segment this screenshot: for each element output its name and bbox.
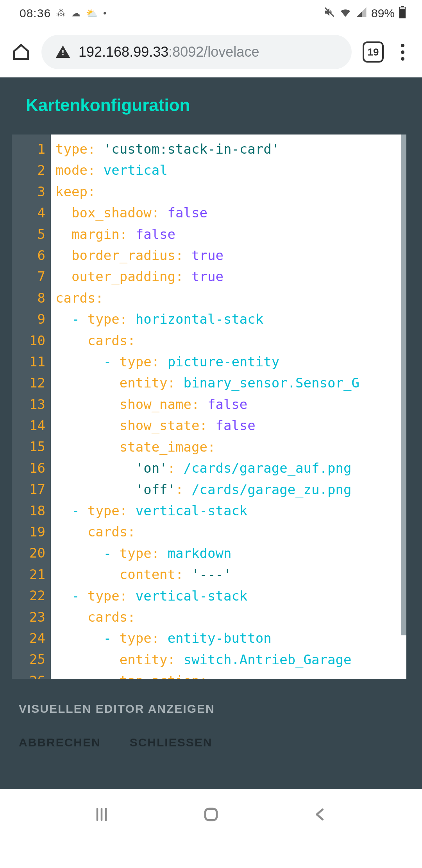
code-line[interactable]: - type: entity-button — [55, 628, 406, 649]
browser-toolbar: 192.168.99.33:8092/lovelace 19 — [0, 27, 422, 77]
code-line[interactable]: - type: markdown — [55, 543, 406, 564]
code-line[interactable]: content: '---' — [55, 564, 406, 585]
code-line[interactable]: cards: — [55, 521, 406, 542]
line-number: 11 — [12, 351, 51, 372]
code-line[interactable]: entity: switch.Antrieb_Garage — [55, 649, 406, 670]
code-line[interactable]: type: 'custom:stack-in-card' — [55, 138, 406, 160]
code-line[interactable]: 'on': /cards/garage_auf.png — [55, 457, 406, 479]
line-number-gutter: 1234567891011121314151617181920212223242… — [12, 135, 51, 679]
code-line[interactable]: entity: binary_sensor.Sensor_G — [55, 372, 406, 393]
svg-rect-7 — [205, 809, 216, 820]
line-number: 3 — [12, 181, 51, 202]
close-button[interactable]: SCHLIESSEN — [130, 736, 213, 749]
line-number: 8 — [12, 287, 51, 308]
tabs-button[interactable]: 19 — [363, 41, 384, 63]
line-number: 4 — [12, 202, 51, 223]
home-button[interactable] — [202, 806, 220, 825]
mute-icon — [324, 6, 335, 20]
code-line[interactable]: keep: — [55, 181, 406, 202]
line-number: 23 — [12, 606, 51, 628]
svg-rect-2 — [401, 6, 404, 7]
line-number: 12 — [12, 372, 51, 393]
line-number: 6 — [12, 245, 51, 266]
code-line[interactable]: cards: — [55, 606, 406, 628]
svg-rect-3 — [400, 7, 405, 9]
address-bar[interactable]: 192.168.99.33:8092/lovelace — [41, 35, 352, 69]
recents-button[interactable] — [93, 806, 110, 825]
show-visual-editor-button[interactable]: VISUELLEN EDITOR ANZEIGEN — [19, 702, 215, 716]
card-config-dialog: Kartenkonfiguration 12345678910111213141… — [0, 77, 422, 789]
line-number: 10 — [12, 330, 51, 351]
clock: 08:36 — [20, 7, 51, 20]
line-number: 19 — [12, 521, 51, 542]
code-line[interactable]: 'off': /cards/garage_zu.png — [55, 479, 406, 500]
line-number: 5 — [12, 224, 51, 245]
code-line[interactable]: - type: vertical-stack — [55, 500, 406, 521]
wifi-icon — [339, 6, 352, 21]
line-number: 7 — [12, 266, 51, 287]
amazon-icon: ⁂ — [56, 8, 66, 19]
code-line[interactable]: outer_padding: true — [55, 266, 406, 287]
code-line[interactable]: state_image: — [55, 436, 406, 457]
code-line[interactable]: cards: — [55, 330, 406, 351]
cloud-icon: ☁ — [71, 8, 80, 19]
code-line[interactable]: box_shadow: false — [55, 202, 406, 223]
line-number: 20 — [12, 542, 51, 563]
line-number: 13 — [12, 394, 51, 415]
code-line[interactable]: border_radius: true — [55, 245, 406, 266]
overflow-menu-icon[interactable] — [395, 44, 410, 61]
battery-percent: 89% — [371, 7, 395, 20]
line-number: 16 — [12, 457, 51, 479]
dot-icon: • — [103, 8, 106, 19]
code-line[interactable]: show_name: false — [55, 394, 406, 415]
code-line[interactable]: - type: horizontal-stack — [55, 308, 406, 330]
code-line[interactable]: margin: false — [55, 224, 406, 245]
code-content[interactable]: type: 'custom:stack-in-card'mode: vertic… — [51, 135, 406, 679]
code-line[interactable]: show_state: false — [55, 415, 406, 436]
code-line[interactable]: mode: vertical — [55, 160, 406, 181]
editor-scrollbar[interactable] — [401, 135, 406, 679]
line-number: 15 — [12, 436, 51, 457]
line-number: 24 — [12, 628, 51, 649]
line-number: 26 — [12, 670, 51, 679]
line-number: 9 — [12, 308, 51, 330]
signal-icon — [356, 6, 367, 20]
code-line[interactable]: - type: picture-entity — [55, 351, 406, 372]
back-button[interactable] — [312, 806, 329, 825]
home-icon[interactable] — [12, 43, 30, 61]
line-number: 1 — [12, 138, 51, 160]
line-number: 18 — [12, 500, 51, 521]
android-nav-bar — [0, 789, 422, 841]
yaml-editor[interactable]: 1234567891011121314151617181920212223242… — [12, 135, 406, 679]
line-number: 2 — [12, 160, 51, 181]
cancel-button[interactable]: ABBRECHEN — [19, 736, 101, 749]
battery-icon — [399, 6, 406, 21]
line-number: 21 — [12, 564, 51, 585]
dialog-actions: VISUELLEN EDITOR ANZEIGEN ABBRECHEN SCHL… — [12, 679, 410, 789]
android-status-bar: 08:36 ⁂ ☁ ⛅ • 89% — [0, 0, 422, 27]
insecure-icon — [55, 44, 71, 60]
line-number: 14 — [12, 415, 51, 436]
dialog-title: Kartenkonfiguration — [26, 95, 410, 115]
line-number: 25 — [12, 649, 51, 670]
url-text: 192.168.99.33:8092/lovelace — [79, 44, 259, 60]
weather-icon: ⛅ — [86, 8, 98, 19]
code-line[interactable]: cards: — [55, 287, 406, 308]
code-line[interactable]: - type: vertical-stack — [55, 585, 406, 606]
code-line[interactable]: tap_action: — [55, 670, 406, 679]
line-number: 17 — [12, 479, 51, 500]
line-number: 22 — [12, 585, 51, 606]
